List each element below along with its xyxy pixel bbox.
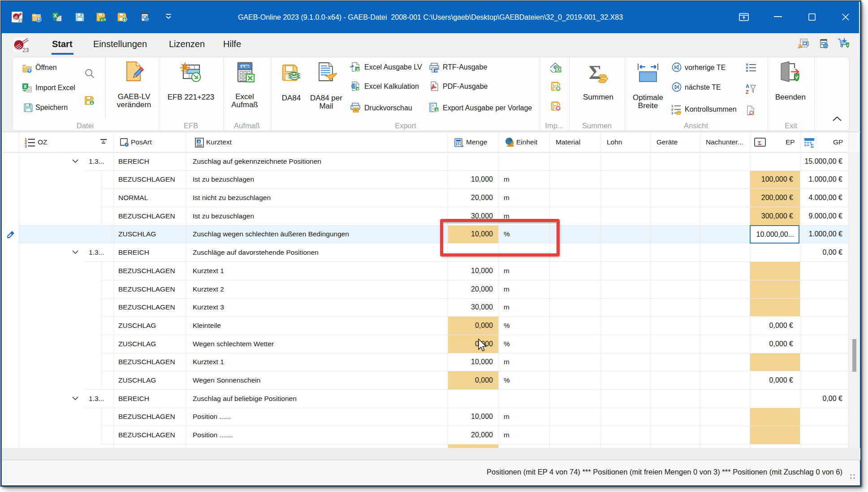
- svg-text:3: 3: [25, 144, 27, 148]
- svg-text:3: 3: [671, 111, 674, 115]
- svg-text:A: A: [746, 83, 749, 89]
- svg-text:A: A: [198, 139, 200, 144]
- svg-text:#: #: [432, 104, 434, 108]
- svg-text:W: W: [435, 69, 438, 73]
- svg-text:Z: Z: [746, 89, 749, 94]
- svg-text:X: X: [436, 108, 438, 112]
- svg-text:X: X: [357, 87, 359, 91]
- svg-text:0.00: 0.00: [242, 65, 249, 69]
- svg-text:X: X: [24, 84, 27, 89]
- svg-text:Σ: Σ: [758, 139, 762, 146]
- svg-text:X: X: [356, 67, 359, 72]
- svg-text:X: X: [557, 67, 560, 72]
- svg-text:Σ: Σ: [810, 142, 814, 148]
- svg-text:23: 23: [22, 47, 29, 53]
